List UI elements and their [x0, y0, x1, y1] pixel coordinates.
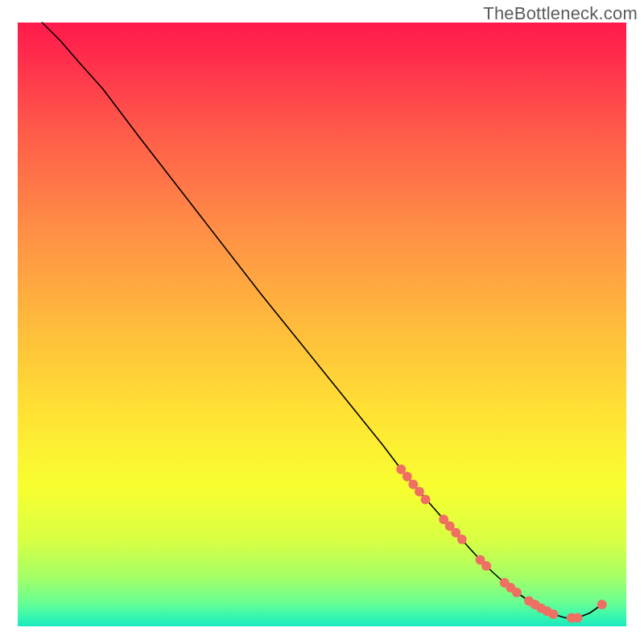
chart-container: TheBottleneck.com [0, 0, 644, 644]
highlight-point [548, 609, 558, 619]
highlight-point [573, 613, 583, 623]
highlight-point [457, 535, 467, 544]
highlight-point [402, 472, 412, 481]
plot-background [18, 23, 626, 626]
highlight-point [421, 495, 431, 505]
highlight-point [512, 588, 522, 597]
chart-svg [0, 0, 644, 644]
highlight-point [415, 487, 424, 497]
watermark-text: TheBottleneck.com [483, 3, 638, 24]
highlight-point [597, 600, 607, 609]
highlight-point [481, 561, 491, 571]
